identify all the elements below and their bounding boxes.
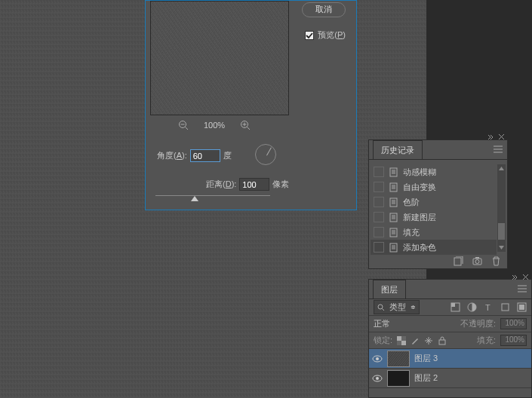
layer-list: 图层 3图层 2 <box>369 349 531 388</box>
document-icon <box>389 243 398 253</box>
svg-rect-38 <box>451 303 455 307</box>
preview-checkbox[interactable] <box>305 31 314 40</box>
layer-name[interactable]: 图层 2 <box>414 372 438 384</box>
layer-item[interactable]: 图层 2 <box>369 369 531 388</box>
svg-text:T: T <box>485 303 490 312</box>
history-item[interactable]: 填充 <box>371 225 497 240</box>
cancel-button[interactable]: 取消 <box>302 2 346 17</box>
filter-pixel-icon[interactable] <box>451 302 460 312</box>
history-item-label: 填充 <box>403 227 420 238</box>
filter-type-label: 类型 <box>389 302 406 313</box>
distance-slider[interactable] <box>155 195 270 196</box>
svg-rect-43 <box>519 305 524 310</box>
trash-icon[interactable] <box>491 256 501 266</box>
collapse-icon[interactable] <box>487 133 494 140</box>
zoom-percent: 100% <box>204 121 225 130</box>
svg-line-36 <box>383 308 385 311</box>
history-scrollbar[interactable] <box>497 164 506 252</box>
chevron-icon: ≑ <box>411 304 416 311</box>
panel-menu-icon[interactable] <box>517 284 527 293</box>
document-icon <box>389 213 398 222</box>
filter-type-icon[interactable]: T <box>484 302 494 312</box>
svg-point-33 <box>475 260 479 264</box>
layer-name[interactable]: 图层 3 <box>414 353 438 364</box>
motion-blur-dialog: 取消 预览(P) 100% 角度(A): 度 距离(D): 像素 <box>145 0 357 210</box>
preview-label: 预览(P) <box>318 29 346 41</box>
svg-rect-47 <box>439 340 445 344</box>
document-icon <box>389 228 398 237</box>
history-item-label: 自由变换 <box>403 182 436 193</box>
filter-preview[interactable] <box>150 1 289 115</box>
zoom-out-icon[interactable] <box>178 120 189 130</box>
history-toggle[interactable] <box>374 212 384 222</box>
tab-layers[interactable]: 图层 <box>373 280 406 298</box>
angle-label: 角度(A): <box>157 150 187 161</box>
distance-unit: 像素 <box>272 179 289 190</box>
fill-input[interactable]: 100% <box>500 335 527 346</box>
snapshot-icon[interactable] <box>472 256 482 266</box>
svg-point-49 <box>376 357 379 360</box>
svg-rect-34 <box>475 257 479 259</box>
angle-unit: 度 <box>223 150 232 161</box>
svg-rect-45 <box>397 336 401 341</box>
layers-panel: 图层 类型 ≑ T 正常 不透明度: 100% 锁定: 填充: 100% 图层 … <box>368 279 532 398</box>
filter-shape-icon[interactable] <box>500 302 510 312</box>
angle-input[interactable] <box>190 149 220 162</box>
document-icon <box>389 197 398 207</box>
filter-adjust-icon[interactable] <box>467 302 477 312</box>
svg-rect-46 <box>401 341 406 345</box>
history-item[interactable]: 添加杂色 <box>371 240 497 255</box>
history-item-label: 新建图层 <box>403 212 436 223</box>
history-item-label: 动感模糊 <box>403 167 436 178</box>
history-panel: 历史记录 动感模糊自由变换色阶新建图层填充添加杂色 <box>368 139 508 269</box>
lock-label: 锁定: <box>374 335 392 346</box>
svg-point-51 <box>376 377 379 380</box>
svg-rect-41 <box>502 304 509 311</box>
scroll-thumb[interactable] <box>498 223 505 240</box>
visibility-icon[interactable] <box>372 373 383 384</box>
history-item[interactable]: 新建图层 <box>371 210 497 225</box>
history-toggle[interactable] <box>374 227 384 237</box>
history-toggle[interactable] <box>374 167 384 177</box>
history-item[interactable]: 色阶 <box>371 194 497 210</box>
filter-type-select[interactable]: 类型 ≑ <box>374 300 420 314</box>
history-toggle[interactable] <box>374 242 384 253</box>
zoom-in-icon[interactable] <box>240 120 251 130</box>
svg-line-1 <box>186 127 189 130</box>
fill-label: 填充: <box>477 335 496 346</box>
check-icon <box>306 32 313 39</box>
history-item[interactable]: 动感模糊 <box>371 164 497 179</box>
create-document-icon[interactable] <box>454 256 463 266</box>
history-toggle[interactable] <box>374 197 384 207</box>
filter-smart-icon[interactable] <box>517 302 527 312</box>
visibility-icon[interactable] <box>372 354 383 364</box>
angle-dial[interactable] <box>255 144 276 165</box>
history-item[interactable]: 自由变换 <box>371 179 497 194</box>
lock-brush-icon[interactable] <box>411 336 420 345</box>
blend-mode-select[interactable]: 正常 <box>374 318 390 329</box>
lock-transparent-icon[interactable] <box>397 336 406 345</box>
search-icon <box>377 304 385 311</box>
history-item-label: 色阶 <box>403 197 420 208</box>
scroll-up-icon[interactable] <box>497 164 506 173</box>
collapse-icon[interactable] <box>511 274 518 280</box>
history-item-label: 添加杂色 <box>403 242 436 253</box>
distance-slider-thumb[interactable] <box>191 196 198 201</box>
scroll-down-icon[interactable] <box>497 243 506 252</box>
tab-history[interactable]: 历史记录 <box>373 140 423 159</box>
close-icon[interactable] <box>498 133 505 140</box>
document-icon <box>389 182 398 192</box>
lock-position-icon[interactable] <box>424 336 433 345</box>
close-icon[interactable] <box>522 274 529 280</box>
opacity-input[interactable]: 100% <box>500 318 527 329</box>
distance-label: 距离(D): <box>206 179 236 190</box>
layer-thumbnail[interactable] <box>387 351 410 367</box>
layer-item[interactable]: 图层 3 <box>369 349 531 369</box>
svg-line-4 <box>248 127 251 130</box>
panel-menu-icon[interactable] <box>493 145 503 154</box>
opacity-label: 不透明度: <box>460 318 496 329</box>
lock-all-icon[interactable] <box>438 336 447 345</box>
history-toggle[interactable] <box>374 182 384 192</box>
distance-input[interactable] <box>239 178 269 191</box>
layer-thumbnail[interactable] <box>387 370 410 387</box>
